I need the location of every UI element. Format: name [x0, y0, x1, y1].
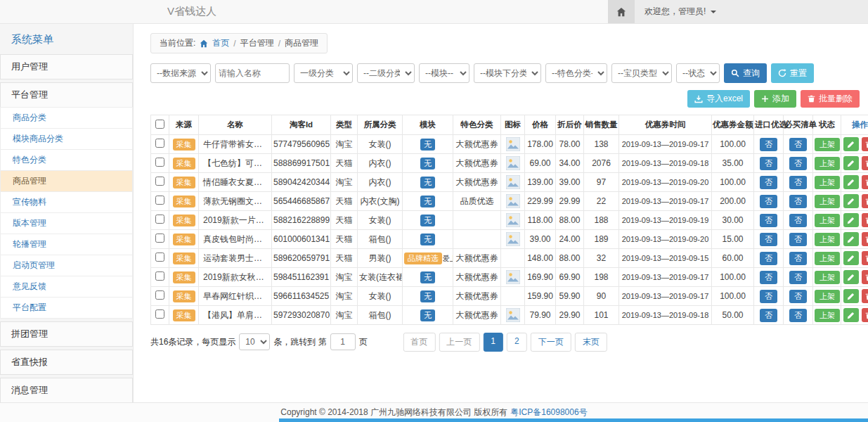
- pager-button[interactable]: 1: [483, 333, 503, 352]
- row-checkbox[interactable]: [155, 196, 164, 205]
- status-button[interactable]: 上架: [815, 252, 840, 265]
- import-select-toggle[interactable]: 否: [760, 271, 777, 284]
- pager-button[interactable]: 首页: [403, 333, 435, 352]
- import-select-toggle[interactable]: 否: [760, 309, 777, 322]
- row-checkbox[interactable]: [155, 271, 164, 281]
- pager-button[interactable]: 下一页: [531, 333, 571, 352]
- delete-button[interactable]: [862, 137, 868, 151]
- must-buy-toggle[interactable]: 否: [789, 138, 807, 151]
- sidebar-group-item[interactable]: 平台管理: [0, 82, 133, 108]
- edit-button[interactable]: [843, 251, 859, 265]
- must-buy-toggle[interactable]: 否: [789, 290, 807, 303]
- sidebar-sub-item[interactable]: 启动页管理: [0, 255, 133, 276]
- sidebar-group-item[interactable]: 省直快报: [0, 350, 133, 375]
- row-checkbox[interactable]: [155, 290, 164, 300]
- import-excel-button[interactable]: 导入excel: [687, 90, 750, 108]
- sidebar-sub-item[interactable]: 平台配置: [0, 297, 133, 319]
- status-button[interactable]: 上架: [815, 271, 840, 284]
- sidebar-sub-item[interactable]: 商品管理: [0, 170, 133, 192]
- sidebar-sub-item[interactable]: 商品分类: [0, 107, 133, 129]
- delete-button[interactable]: [862, 270, 868, 284]
- edit-button[interactable]: [843, 194, 859, 208]
- name-filter-input[interactable]: [215, 63, 290, 83]
- status-button[interactable]: 上架: [815, 214, 840, 227]
- user-menu[interactable]: 欢迎您，管理员!: [635, 0, 726, 23]
- import-select-toggle[interactable]: 否: [760, 214, 777, 227]
- import-select-toggle[interactable]: 否: [760, 290, 777, 303]
- breadcrumb-home-link[interactable]: 首页: [212, 37, 229, 49]
- edit-button[interactable]: [843, 175, 859, 189]
- per-page-select[interactable]: 10: [239, 333, 270, 350]
- status-button[interactable]: 上架: [815, 138, 840, 151]
- filter-select[interactable]: --二级分类--: [357, 63, 415, 83]
- pager-button[interactable]: 2: [507, 333, 527, 352]
- delete-button[interactable]: [862, 232, 868, 246]
- add-button[interactable]: 添加: [754, 90, 796, 108]
- delete-button[interactable]: [862, 251, 868, 265]
- sidebar-sub-item[interactable]: 轮播管理: [0, 234, 133, 255]
- status-button[interactable]: 上架: [815, 157, 840, 170]
- must-buy-toggle[interactable]: 否: [789, 233, 807, 246]
- row-checkbox[interactable]: [155, 139, 164, 148]
- must-buy-toggle[interactable]: 否: [789, 195, 807, 208]
- sidebar-sub-item[interactable]: 特色分类: [0, 149, 133, 171]
- import-select-toggle[interactable]: 否: [760, 252, 777, 265]
- sidebar-group-item[interactable]: 消息管理: [0, 378, 133, 402]
- edit-button[interactable]: [843, 213, 859, 227]
- row-checkbox[interactable]: [155, 309, 164, 319]
- must-buy-toggle[interactable]: 否: [789, 309, 807, 322]
- row-checkbox[interactable]: [155, 177, 164, 186]
- status-button[interactable]: 上架: [815, 176, 840, 189]
- edit-button[interactable]: [843, 289, 859, 303]
- edit-button[interactable]: [843, 156, 859, 170]
- row-checkbox[interactable]: [155, 158, 164, 167]
- filter-select[interactable]: --模块下分类--: [474, 63, 541, 83]
- icp-link[interactable]: 粤ICP备16098006号: [510, 407, 587, 418]
- filter-select[interactable]: 一级分类: [294, 63, 353, 83]
- must-buy-toggle[interactable]: 否: [789, 271, 807, 284]
- must-buy-toggle[interactable]: 否: [789, 176, 807, 189]
- sidebar-group-item[interactable]: 拼团管理: [0, 321, 133, 347]
- sidebar-sub-item[interactable]: 模块商品分类: [0, 128, 133, 150]
- import-select-toggle[interactable]: 否: [760, 233, 777, 246]
- home-button[interactable]: [608, 0, 635, 23]
- delete-button[interactable]: [862, 175, 868, 189]
- edit-button[interactable]: [843, 308, 859, 322]
- sidebar-sub-item[interactable]: 意见反馈: [0, 276, 133, 298]
- import-select-toggle[interactable]: 否: [760, 138, 777, 151]
- pager-button[interactable]: 上一页: [439, 333, 479, 352]
- filter-select[interactable]: --状态--: [676, 63, 720, 83]
- search-button[interactable]: 查询: [724, 63, 767, 83]
- filter-select[interactable]: --数据来源--: [150, 63, 211, 83]
- filter-select[interactable]: --模块--: [419, 63, 469, 83]
- reset-button[interactable]: 重置: [771, 63, 814, 83]
- pager-button[interactable]: 末页: [575, 333, 607, 352]
- status-button[interactable]: 上架: [815, 290, 840, 303]
- delete-button[interactable]: [862, 289, 868, 303]
- delete-button[interactable]: [862, 156, 868, 170]
- sidebar-sub-item[interactable]: 宣传物料: [0, 191, 133, 213]
- filter-select[interactable]: --宝贝类型--: [611, 63, 672, 83]
- must-buy-toggle[interactable]: 否: [789, 252, 807, 265]
- edit-button[interactable]: [843, 270, 859, 284]
- import-select-toggle[interactable]: 否: [760, 195, 777, 208]
- row-checkbox[interactable]: [155, 215, 164, 224]
- status-button[interactable]: 上架: [815, 309, 840, 322]
- filter-select[interactable]: --特色分类--: [545, 63, 607, 83]
- status-button[interactable]: 上架: [815, 195, 840, 208]
- sidebar-sub-item[interactable]: 版本管理: [0, 212, 133, 234]
- delete-button[interactable]: [862, 194, 868, 208]
- delete-button[interactable]: [862, 308, 868, 322]
- row-checkbox[interactable]: [155, 234, 164, 243]
- batch-delete-button[interactable]: 批量删除: [801, 90, 860, 108]
- select-all-checkbox[interactable]: [155, 120, 164, 129]
- must-buy-toggle[interactable]: 否: [789, 214, 807, 227]
- page-jump-input[interactable]: [330, 333, 356, 350]
- sidebar-group-item[interactable]: 用户管理: [0, 54, 133, 79]
- delete-button[interactable]: [862, 213, 868, 227]
- must-buy-toggle[interactable]: 否: [789, 157, 807, 170]
- row-checkbox[interactable]: [155, 252, 164, 262]
- import-select-toggle[interactable]: 否: [760, 157, 777, 170]
- edit-button[interactable]: [843, 137, 859, 151]
- edit-button[interactable]: [843, 232, 859, 246]
